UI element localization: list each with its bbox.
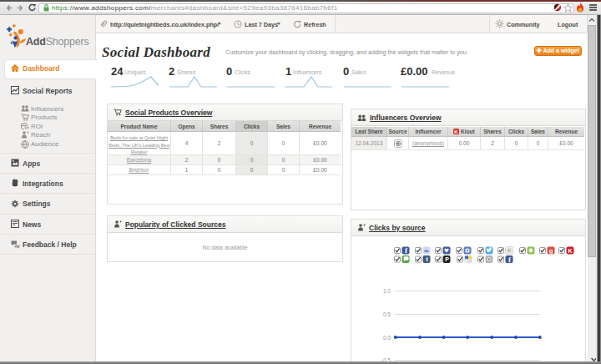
svg-text:g: g [549,247,553,255]
svg-text:K: K [568,248,572,254]
svg-text:t: t [426,255,428,263]
svg-text:K: K [455,129,459,134]
svg-text:$: $ [26,124,28,129]
svg-text:P: P [445,256,449,262]
